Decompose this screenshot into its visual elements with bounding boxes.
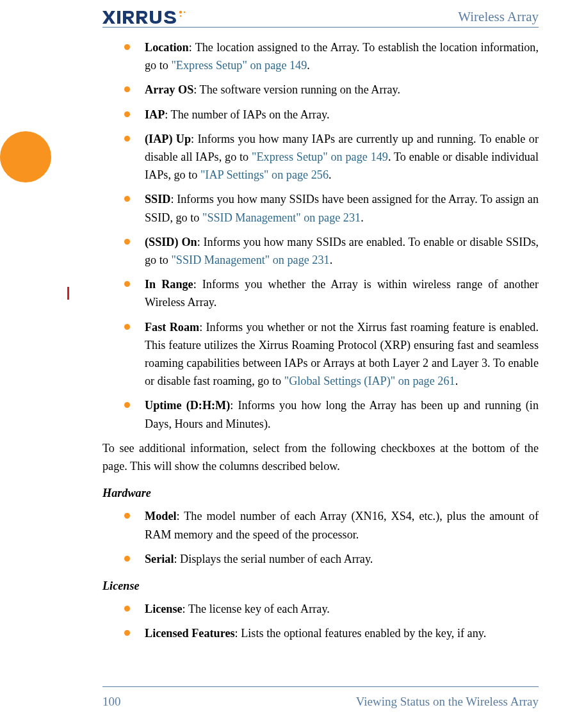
- item-text: : The license key of each Array.: [183, 603, 330, 615]
- item-term: In Range: [145, 278, 193, 291]
- svg-point-3: [184, 11, 186, 13]
- cross-ref-link[interactable]: "SSID Management" on page 231: [171, 254, 329, 266]
- change-bar: [67, 287, 69, 300]
- bullet-icon: [124, 630, 130, 636]
- svg-rect-1: [117, 11, 120, 24]
- cross-ref-link[interactable]: "IAP Settings" on page 256: [200, 168, 329, 181]
- svg-point-4: [180, 15, 182, 17]
- item-text: .: [330, 254, 333, 266]
- item-term: (SSID) On: [145, 236, 197, 248]
- list-item: (SSID) On: Informs you how many SSIDs ar…: [102, 233, 539, 269]
- bullet-list-license: License: The license key of each Array. …: [102, 600, 539, 642]
- page-header: Wireless Array: [102, 9, 539, 25]
- bullet-icon: [124, 86, 130, 92]
- section-heading-hardware: Hardware: [102, 484, 539, 502]
- item-text: : Lists the optional features enabled by…: [235, 627, 487, 640]
- item-text: : The number of IAPs on the Array.: [165, 108, 329, 121]
- item-term: Location: [145, 41, 189, 54]
- bullet-icon: [124, 239, 130, 245]
- content-area: Location: The location assigned to the A…: [102, 38, 539, 649]
- list-item: (IAP) Up: Informs you how many IAPs are …: [102, 130, 539, 184]
- item-text: : The model number of each Array (XN16, …: [145, 510, 539, 540]
- bullet-icon: [124, 606, 130, 611]
- side-tab: [0, 131, 51, 182]
- bullet-list-main: Location: The location assigned to the A…: [102, 38, 539, 433]
- list-item: Location: The location assigned to the A…: [102, 38, 539, 74]
- item-text: : Informs you whether the Array is withi…: [145, 278, 539, 309]
- cross-ref-link[interactable]: "SSID Management" on page 231: [202, 211, 361, 224]
- bullet-list-hardware: Model: The model number of each Array (X…: [102, 507, 539, 568]
- list-item: IAP: The number of IAPs on the Array.: [102, 106, 539, 124]
- item-term: (IAP) Up: [145, 133, 191, 145]
- list-item: SSID: Informs you how many SSIDs have be…: [102, 190, 539, 226]
- item-term: IAP: [145, 108, 165, 121]
- svg-point-2: [179, 10, 182, 13]
- item-text: .: [307, 59, 310, 72]
- item-text: .: [455, 375, 459, 387]
- list-item: Uptime (D:H:M): Informs you how long the…: [102, 396, 539, 432]
- list-item: License: The license key of each Array.: [102, 600, 539, 618]
- section-heading-license: License: [102, 577, 539, 595]
- cross-ref-link[interactable]: "Global Settings (IAP)" on page 261: [284, 375, 455, 387]
- bullet-icon: [124, 136, 130, 142]
- list-item: Fast Roam: Informs you whether or not th…: [102, 318, 539, 391]
- item-term: Licensed Features: [145, 627, 235, 640]
- item-text: .: [329, 168, 332, 181]
- item-term: Serial: [145, 553, 174, 565]
- bullet-icon: [124, 281, 130, 287]
- cross-ref-link[interactable]: "Express Setup" on page 149: [171, 59, 307, 72]
- list-item: Model: The model number of each Array (X…: [102, 507, 539, 543]
- bullet-icon: [124, 556, 130, 562]
- item-term: License: [145, 603, 183, 615]
- item-term: Uptime (D:H:M): [145, 399, 230, 412]
- bullet-icon: [124, 196, 130, 202]
- cross-ref-link[interactable]: "Express Setup" on page 149: [252, 150, 388, 163]
- page-number: 100: [102, 695, 121, 709]
- header-rule: [102, 27, 539, 28]
- item-term: SSID: [145, 193, 170, 206]
- svg-marker-0: [102, 11, 115, 24]
- item-text: : Displays the serial number of each Arr…: [174, 553, 373, 565]
- xirrus-logo-svg: [102, 10, 192, 25]
- footer-section-title: Viewing Status on the Wireless Array: [356, 695, 539, 709]
- item-text: .: [361, 211, 364, 224]
- item-term: Model: [145, 510, 177, 522]
- bullet-icon: [124, 324, 130, 330]
- bullet-icon: [124, 111, 130, 117]
- list-item: Serial: Displays the serial number of ea…: [102, 550, 539, 568]
- list-item: Array OS: The software version running o…: [102, 81, 539, 99]
- list-item: In Range: Informs you whether the Array …: [102, 275, 539, 311]
- item-term: Fast Roam: [145, 321, 199, 334]
- header-title: Wireless Array: [458, 9, 539, 25]
- page-footer: 100 Viewing Status on the Wireless Array: [102, 695, 539, 709]
- brand-logo: [102, 10, 192, 25]
- paragraph: To see additional information, select fr…: [102, 439, 539, 475]
- item-text: : The software version running on the Ar…: [193, 83, 400, 96]
- bullet-icon: [124, 513, 130, 519]
- bullet-icon: [124, 402, 130, 408]
- footer-rule: [102, 686, 539, 687]
- bullet-icon: [124, 44, 130, 50]
- item-term: Array OS: [145, 83, 193, 96]
- list-item: Licensed Features: Lists the optional fe…: [102, 624, 539, 642]
